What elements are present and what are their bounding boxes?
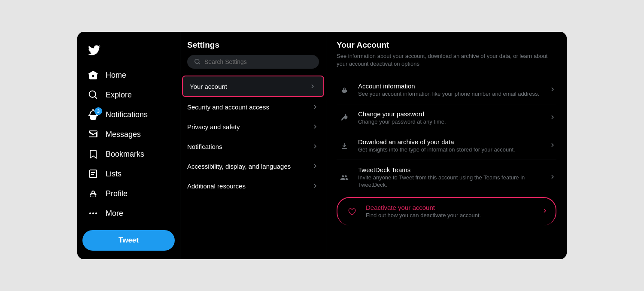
lists-label: Lists xyxy=(106,170,122,179)
lists-icon xyxy=(88,168,99,179)
menu-item-your-account[interactable]: Your account xyxy=(182,76,324,97)
password-title: Change your password xyxy=(358,110,543,118)
tweet-button[interactable]: Tweet xyxy=(82,230,175,251)
search-box[interactable] xyxy=(187,55,319,69)
right-item-change-password[interactable]: Change your password Change your passwor… xyxy=(337,104,556,132)
chevron-right-icon xyxy=(309,82,316,90)
tweetdeck-icon xyxy=(337,170,352,185)
right-item-download[interactable]: Download an archive of your data Get ins… xyxy=(337,132,556,160)
right-item-account-info[interactable]: Account information See your account inf… xyxy=(337,76,556,104)
home-icon xyxy=(88,70,99,81)
search-input[interactable] xyxy=(204,58,312,65)
messages-icon xyxy=(88,129,99,140)
right-subtitle: See information about your account, down… xyxy=(337,52,556,68)
more-label: More xyxy=(106,209,123,218)
security-label: Security and account access xyxy=(187,103,269,111)
chevron-right-icon xyxy=(549,113,556,123)
bookmarks-icon xyxy=(88,149,99,160)
sidebar-item-notifications[interactable]: 3 Notifications xyxy=(82,105,175,124)
messages-label: Messages xyxy=(106,130,141,139)
right-title: Your Account xyxy=(337,40,556,50)
chevron-right-icon xyxy=(549,141,556,151)
account-info-title: Account information xyxy=(358,82,543,90)
download-title: Download an archive of your data xyxy=(358,138,543,146)
sidebar-item-more[interactable]: More xyxy=(82,203,175,223)
menu-item-security[interactable]: Security and account access xyxy=(180,97,326,117)
tweetdeck-desc: Invite anyone to Tweet from this account… xyxy=(358,174,543,189)
download-icon xyxy=(337,138,352,154)
sidebar-item-messages[interactable]: Messages xyxy=(82,124,175,144)
accessibility-label: Accessibility, display, and languages xyxy=(187,163,291,170)
profile-icon xyxy=(88,188,99,199)
right-item-account-info-text: Account information See your account inf… xyxy=(358,82,543,98)
chevron-right-icon xyxy=(541,207,549,216)
chevron-right-icon xyxy=(311,123,319,130)
menu-item-accessibility[interactable]: Accessibility, display, and languages xyxy=(180,156,326,176)
account-info-icon xyxy=(337,82,352,98)
right-item-deactivate-text: Deactivate your account Find out how you… xyxy=(366,204,535,219)
chevron-right-icon xyxy=(311,182,319,190)
deactivate-icon xyxy=(344,204,360,219)
explore-label: Explore xyxy=(106,91,132,100)
chevron-right-icon xyxy=(311,162,319,170)
right-item-download-text: Download an archive of your data Get ins… xyxy=(358,138,543,154)
deactivate-title: Deactivate your account xyxy=(366,204,535,211)
deactivate-desc: Find out how you can deactivate your acc… xyxy=(366,212,535,219)
tweetdeck-title: TweetDeck Teams xyxy=(358,166,543,173)
sidebar-item-bookmarks[interactable]: Bookmarks xyxy=(82,144,175,164)
sidebar-item-lists[interactable]: Lists xyxy=(82,164,175,184)
chevron-right-icon xyxy=(549,85,556,95)
notifications-settings-label: Notifications xyxy=(187,143,222,150)
menu-item-notifications[interactable]: Notifications xyxy=(180,136,326,156)
home-label: Home xyxy=(106,71,126,80)
profile-label: Profile xyxy=(106,189,128,198)
password-icon xyxy=(337,110,352,126)
privacy-label: Privacy and safety xyxy=(187,123,240,130)
chevron-right-icon xyxy=(549,173,556,182)
sidebar-item-home[interactable]: Home xyxy=(82,65,175,85)
right-item-tweetdeck-text: TweetDeck Teams Invite anyone to Tweet f… xyxy=(358,166,543,189)
menu-item-additional[interactable]: Additional resources xyxy=(180,176,326,196)
sidebar: Home Explore 3 Notifications Messages xyxy=(77,32,180,259)
chevron-right-icon xyxy=(311,142,319,150)
account-info-desc: See your account information like your p… xyxy=(358,91,543,98)
additional-label: Additional resources xyxy=(187,182,246,190)
password-desc: Change your password at any time. xyxy=(358,118,543,126)
download-desc: Get insights into the type of informatio… xyxy=(358,146,543,154)
more-icon xyxy=(88,208,99,219)
bookmarks-label: Bookmarks xyxy=(106,150,144,159)
your-account-label: Your account xyxy=(190,83,227,90)
menu-item-privacy[interactable]: Privacy and safety xyxy=(180,117,326,136)
search-icon xyxy=(194,58,201,65)
twitter-logo xyxy=(82,40,175,62)
right-item-password-text: Change your password Change your passwor… xyxy=(358,110,543,126)
settings-panel: Settings Your account Security and accou… xyxy=(180,32,326,259)
right-item-deactivate[interactable]: Deactivate your account Find out how you… xyxy=(337,197,556,225)
sidebar-item-explore[interactable]: Explore xyxy=(82,85,175,105)
right-item-tweetdeck[interactable]: TweetDeck Teams Invite anyone to Tweet f… xyxy=(337,160,556,195)
settings-title: Settings xyxy=(180,39,326,55)
notification-badge: 3 xyxy=(94,107,102,115)
right-panel: Your Account See information about your … xyxy=(326,32,567,259)
explore-icon xyxy=(88,89,99,100)
sidebar-item-profile[interactable]: Profile xyxy=(82,184,175,203)
chevron-right-icon xyxy=(311,103,319,111)
notifications-label: Notifications xyxy=(106,110,148,119)
